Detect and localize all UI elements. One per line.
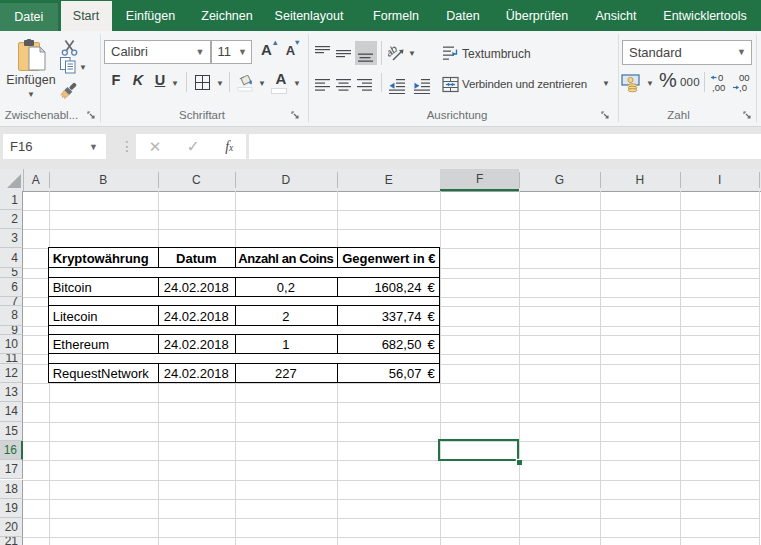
svg-text:ab: ab xyxy=(388,44,400,59)
svg-text:,00: ,00 xyxy=(712,82,725,93)
svg-text:,0: ,0 xyxy=(739,82,747,93)
